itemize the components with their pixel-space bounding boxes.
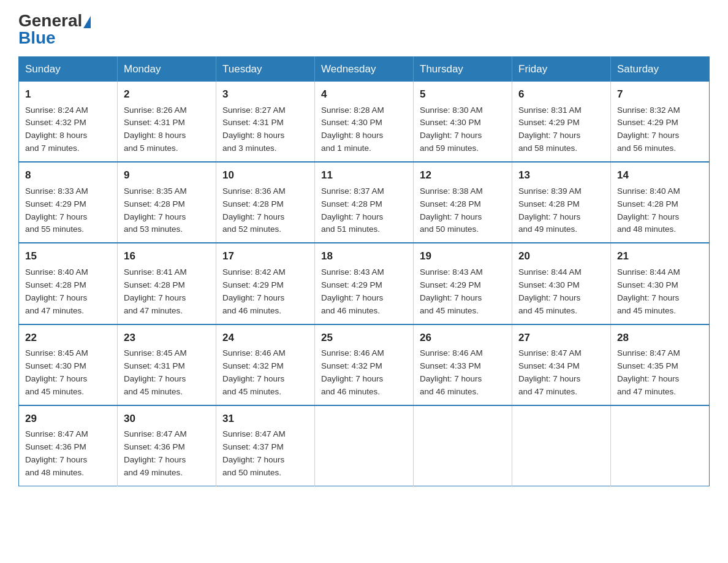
calendar-day-cell: 20 Sunrise: 8:44 AMSunset: 4:30 PMDaylig… xyxy=(512,243,611,324)
day-number: 9 xyxy=(124,167,210,183)
calendar-day-cell xyxy=(315,405,414,486)
day-number: 8 xyxy=(25,167,111,183)
day-number: 26 xyxy=(420,330,506,346)
day-info: Sunrise: 8:44 AMSunset: 4:30 PMDaylight:… xyxy=(617,266,703,318)
day-of-week-header: Wednesday xyxy=(315,57,414,82)
calendar-day-cell: 27 Sunrise: 8:47 AMSunset: 4:34 PMDaylig… xyxy=(512,324,611,405)
day-number: 4 xyxy=(321,86,407,102)
calendar-day-cell xyxy=(611,405,710,486)
day-number: 22 xyxy=(25,330,111,346)
day-info: Sunrise: 8:40 AMSunset: 4:28 PMDaylight:… xyxy=(25,266,111,318)
calendar-day-cell: 22 Sunrise: 8:45 AMSunset: 4:30 PMDaylig… xyxy=(19,324,118,405)
day-number: 6 xyxy=(518,86,604,102)
day-info: Sunrise: 8:35 AMSunset: 4:28 PMDaylight:… xyxy=(124,185,210,237)
day-number: 14 xyxy=(617,167,703,183)
day-number: 29 xyxy=(25,411,111,427)
calendar-week-row: 15 Sunrise: 8:40 AMSunset: 4:28 PMDaylig… xyxy=(19,243,710,324)
calendar-day-cell: 24 Sunrise: 8:46 AMSunset: 4:32 PMDaylig… xyxy=(216,324,315,405)
day-of-week-header: Thursday xyxy=(414,57,512,82)
calendar-day-cell: 25 Sunrise: 8:46 AMSunset: 4:32 PMDaylig… xyxy=(315,324,414,405)
day-info: Sunrise: 8:36 AMSunset: 4:28 PMDaylight:… xyxy=(222,185,308,237)
calendar-day-cell: 16 Sunrise: 8:41 AMSunset: 4:28 PMDaylig… xyxy=(118,243,216,324)
calendar-day-cell: 18 Sunrise: 8:43 AMSunset: 4:29 PMDaylig… xyxy=(315,243,414,324)
day-number: 30 xyxy=(124,411,210,427)
day-number: 18 xyxy=(321,248,407,264)
calendar-day-cell: 30 Sunrise: 8:47 AMSunset: 4:36 PMDaylig… xyxy=(118,405,216,486)
calendar-day-cell: 15 Sunrise: 8:40 AMSunset: 4:28 PMDaylig… xyxy=(19,243,118,324)
day-of-week-header: Saturday xyxy=(611,57,710,82)
calendar-day-cell xyxy=(414,405,512,486)
calendar-day-cell: 17 Sunrise: 8:42 AMSunset: 4:29 PMDaylig… xyxy=(216,243,315,324)
day-info: Sunrise: 8:47 AMSunset: 4:37 PMDaylight:… xyxy=(222,428,308,480)
day-info: Sunrise: 8:28 AMSunset: 4:30 PMDaylight:… xyxy=(321,104,407,156)
day-number: 5 xyxy=(420,86,506,102)
calendar-day-cell: 3 Sunrise: 8:27 AMSunset: 4:31 PMDayligh… xyxy=(216,82,315,162)
calendar-day-cell: 19 Sunrise: 8:43 AMSunset: 4:29 PMDaylig… xyxy=(414,243,512,324)
day-info: Sunrise: 8:47 AMSunset: 4:36 PMDaylight:… xyxy=(25,428,111,480)
calendar-day-cell: 26 Sunrise: 8:46 AMSunset: 4:33 PMDaylig… xyxy=(414,324,512,405)
day-info: Sunrise: 8:26 AMSunset: 4:31 PMDaylight:… xyxy=(124,104,210,156)
calendar-day-cell: 11 Sunrise: 8:37 AMSunset: 4:28 PMDaylig… xyxy=(315,162,414,243)
day-info: Sunrise: 8:31 AMSunset: 4:29 PMDaylight:… xyxy=(518,104,604,156)
day-info: Sunrise: 8:39 AMSunset: 4:28 PMDaylight:… xyxy=(518,185,604,237)
calendar-week-row: 1 Sunrise: 8:24 AMSunset: 4:32 PMDayligh… xyxy=(19,82,710,162)
page-header: General Blue xyxy=(18,12,710,47)
day-number: 12 xyxy=(420,167,506,183)
calendar-day-cell: 2 Sunrise: 8:26 AMSunset: 4:31 PMDayligh… xyxy=(118,82,216,162)
day-number: 17 xyxy=(222,248,308,264)
day-of-week-header: Sunday xyxy=(19,57,118,82)
day-info: Sunrise: 8:40 AMSunset: 4:28 PMDaylight:… xyxy=(617,185,703,237)
day-info: Sunrise: 8:43 AMSunset: 4:29 PMDaylight:… xyxy=(420,266,506,318)
day-number: 7 xyxy=(617,86,703,102)
calendar-day-cell: 7 Sunrise: 8:32 AMSunset: 4:29 PMDayligh… xyxy=(611,82,710,162)
day-number: 27 xyxy=(518,330,604,346)
calendar-day-cell: 8 Sunrise: 8:33 AMSunset: 4:29 PMDayligh… xyxy=(19,162,118,243)
calendar-day-cell: 6 Sunrise: 8:31 AMSunset: 4:29 PMDayligh… xyxy=(512,82,611,162)
day-info: Sunrise: 8:46 AMSunset: 4:32 PMDaylight:… xyxy=(321,347,407,399)
day-info: Sunrise: 8:42 AMSunset: 4:29 PMDaylight:… xyxy=(222,266,308,318)
day-number: 19 xyxy=(420,248,506,264)
day-number: 15 xyxy=(25,248,111,264)
logo-blue-text: Blue xyxy=(18,29,56,47)
day-number: 1 xyxy=(25,86,111,102)
day-number: 2 xyxy=(124,86,210,102)
calendar-week-row: 29 Sunrise: 8:47 AMSunset: 4:36 PMDaylig… xyxy=(19,405,710,486)
calendar-day-cell: 14 Sunrise: 8:40 AMSunset: 4:28 PMDaylig… xyxy=(611,162,710,243)
day-info: Sunrise: 8:27 AMSunset: 4:31 PMDaylight:… xyxy=(222,104,308,156)
day-info: Sunrise: 8:46 AMSunset: 4:32 PMDaylight:… xyxy=(222,347,308,399)
day-info: Sunrise: 8:45 AMSunset: 4:30 PMDaylight:… xyxy=(25,347,111,399)
calendar-day-cell: 9 Sunrise: 8:35 AMSunset: 4:28 PMDayligh… xyxy=(118,162,216,243)
day-info: Sunrise: 8:33 AMSunset: 4:29 PMDaylight:… xyxy=(25,185,111,237)
calendar-day-cell: 23 Sunrise: 8:45 AMSunset: 4:31 PMDaylig… xyxy=(118,324,216,405)
day-number: 13 xyxy=(518,167,604,183)
day-number: 11 xyxy=(321,167,407,183)
calendar-day-cell: 12 Sunrise: 8:38 AMSunset: 4:28 PMDaylig… xyxy=(414,162,512,243)
day-number: 21 xyxy=(617,248,703,264)
calendar-day-cell: 29 Sunrise: 8:47 AMSunset: 4:36 PMDaylig… xyxy=(19,405,118,486)
day-info: Sunrise: 8:47 AMSunset: 4:34 PMDaylight:… xyxy=(518,347,604,399)
calendar-day-cell: 31 Sunrise: 8:47 AMSunset: 4:37 PMDaylig… xyxy=(216,405,315,486)
day-of-week-header: Friday xyxy=(512,57,611,82)
day-info: Sunrise: 8:44 AMSunset: 4:30 PMDaylight:… xyxy=(518,266,604,318)
calendar-header-row: SundayMondayTuesdayWednesdayThursdayFrid… xyxy=(19,57,710,82)
calendar-day-cell: 5 Sunrise: 8:30 AMSunset: 4:30 PMDayligh… xyxy=(414,82,512,162)
calendar-day-cell: 13 Sunrise: 8:39 AMSunset: 4:28 PMDaylig… xyxy=(512,162,611,243)
day-info: Sunrise: 8:47 AMSunset: 4:35 PMDaylight:… xyxy=(617,347,703,399)
day-number: 25 xyxy=(321,330,407,346)
day-number: 10 xyxy=(222,167,308,183)
logo-general-text: General xyxy=(18,12,91,29)
calendar-day-cell: 21 Sunrise: 8:44 AMSunset: 4:30 PMDaylig… xyxy=(611,243,710,324)
calendar-day-cell: 4 Sunrise: 8:28 AMSunset: 4:30 PMDayligh… xyxy=(315,82,414,162)
day-info: Sunrise: 8:30 AMSunset: 4:30 PMDaylight:… xyxy=(420,104,506,156)
day-info: Sunrise: 8:32 AMSunset: 4:29 PMDaylight:… xyxy=(617,104,703,156)
day-number: 16 xyxy=(124,248,210,264)
calendar-day-cell: 10 Sunrise: 8:36 AMSunset: 4:28 PMDaylig… xyxy=(216,162,315,243)
day-of-week-header: Monday xyxy=(118,57,216,82)
day-number: 28 xyxy=(617,330,703,346)
day-number: 3 xyxy=(222,86,308,102)
logo: General Blue xyxy=(18,12,91,47)
day-info: Sunrise: 8:24 AMSunset: 4:32 PMDaylight:… xyxy=(25,104,111,156)
day-number: 23 xyxy=(124,330,210,346)
day-of-week-header: Tuesday xyxy=(216,57,315,82)
calendar-day-cell xyxy=(512,405,611,486)
